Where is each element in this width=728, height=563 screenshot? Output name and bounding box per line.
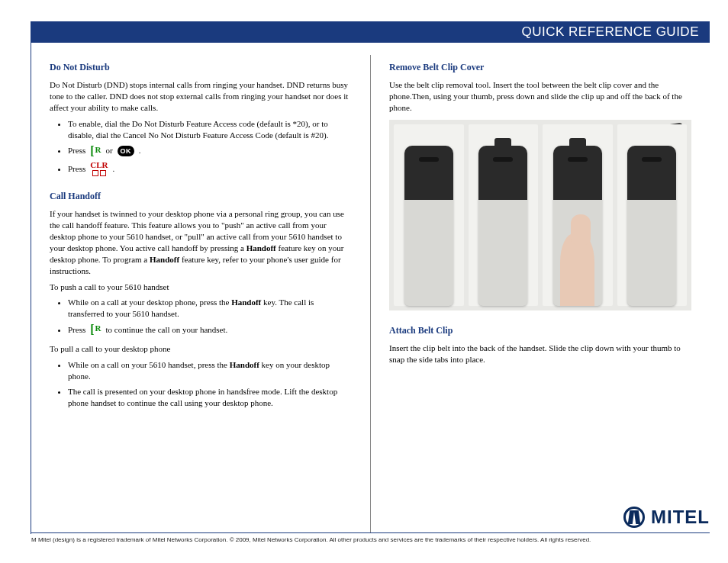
footer: M Mitel (design) is a registered tradema…: [31, 532, 710, 543]
dnd-list: To enable, dial the Do Not Disturb Featu…: [50, 118, 352, 177]
push-b2: Press [R to continue the call on your ha…: [68, 324, 352, 336]
dnd-heading: Do Not Disturb: [50, 61, 352, 73]
header-title: QUICK REFERENCE GUIDE: [522, 24, 699, 40]
belt-clip-photo: [389, 120, 691, 310]
dnd-b3-post: .: [112, 163, 114, 175]
dnd-bullet-1: To enable, dial the Do Not Disturb Featu…: [68, 118, 352, 141]
pull-b1: While on a call on your 5610 handset, pr…: [68, 359, 352, 382]
dnd-bullet-3: Press CLR .: [68, 161, 352, 176]
phone-step-3: [543, 124, 613, 306]
phone-step-2: [469, 124, 539, 306]
remove-heading: Remove Belt Clip Cover: [389, 61, 691, 73]
push-b1: While on a call at your desktop phone, p…: [68, 297, 352, 320]
attach-text: Insert the clip belt into the back of th…: [389, 343, 691, 365]
dnd-bullet-2: Press [R or OK .: [68, 145, 352, 156]
push-label: To push a call to your 5610 handset: [50, 282, 352, 293]
handoff-intro: If your handset is twinned to your deskt…: [50, 208, 352, 276]
dnd-b2-pre: Press: [68, 145, 85, 156]
mitel-logo-text: MITEL: [651, 507, 710, 528]
phone-step-1: [394, 124, 464, 306]
pull-label: To pull a call to your desktop phone: [50, 343, 352, 355]
r-key-icon: [R: [90, 146, 101, 156]
remove-text: Use the belt clip removal tool. Insert t…: [389, 79, 691, 114]
mitel-logo: MITEL: [623, 507, 710, 528]
r-key-icon: [R: [90, 324, 101, 335]
handoff-heading: Call Handoff: [50, 190, 352, 202]
attach-heading: Attach Belt Clip: [389, 324, 691, 336]
dnd-b2-mid: or: [106, 145, 113, 156]
right-column: Remove Belt Clip Cover Use the belt clip…: [370, 55, 710, 532]
clr-key-icon: CLR: [90, 161, 108, 176]
footer-text: M Mitel (design) is a registered tradema…: [31, 536, 591, 543]
phone-step-4: [617, 124, 688, 306]
body-columns: Do Not Disturb Do Not Disturb (DND) stop…: [31, 55, 710, 532]
pull-list: While on a call on your 5610 handset, pr…: [50, 359, 352, 409]
dnd-b3-pre: Press: [68, 163, 85, 175]
dnd-b2-post: .: [139, 145, 141, 156]
ok-key-icon: OK: [118, 146, 134, 156]
page: QUICK REFERENCE GUIDE Do Not Disturb Do …: [0, 0, 728, 563]
mitel-logo-mark-icon: [623, 507, 645, 528]
left-column: Do Not Disturb Do Not Disturb (DND) stop…: [31, 55, 370, 532]
pull-b2: The call is presented on your desktop ph…: [68, 386, 352, 409]
push-list: While on a call at your desktop phone, p…: [50, 297, 352, 336]
header-bar: QUICK REFERENCE GUIDE: [31, 21, 710, 43]
dnd-intro: Do Not Disturb (DND) stops internal call…: [50, 79, 352, 114]
